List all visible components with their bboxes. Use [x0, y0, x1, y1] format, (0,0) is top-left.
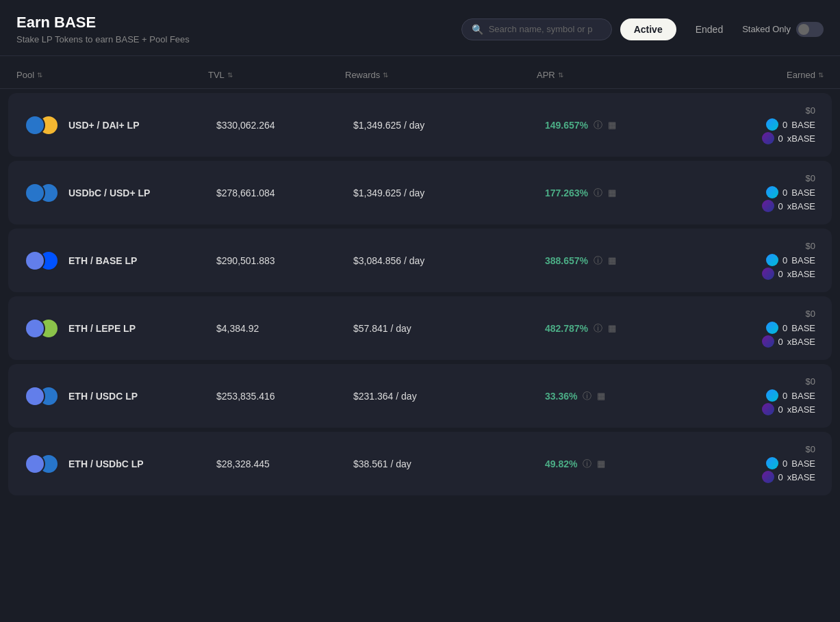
- pool-name: ETH / USDC LP: [68, 391, 138, 402]
- apr-info-icon[interactable]: ⓘ: [594, 119, 602, 131]
- table-row[interactable]: ETH / BASE LP $290,501.883 $3,084.856 / …: [8, 229, 832, 292]
- xbase-token-icon: [762, 335, 774, 348]
- base-token-icon: [766, 118, 778, 131]
- search-icon: 🔍: [472, 24, 483, 35]
- xbase-token-icon: [762, 471, 774, 483]
- pool-name: ETH / LEPE LP: [68, 323, 136, 334]
- apr-chart-icon[interactable]: ▦: [608, 323, 616, 333]
- xbase-label: xBASE: [787, 472, 815, 482]
- base-token-icon: [766, 322, 778, 334]
- pool-info: USD+ / DAI+ LP: [25, 113, 216, 138]
- xbase-label: xBASE: [787, 337, 815, 347]
- xbase-label: xBASE: [787, 133, 815, 144]
- page-title: Earn BASE: [16, 14, 190, 31]
- xbase-amount: 0: [778, 201, 783, 211]
- table-row[interactable]: ETH / USDC LP $253,835.416 $231.364 / da…: [8, 364, 832, 428]
- earned-col: $0 0 BASE 0 xBASE: [709, 376, 815, 415]
- earned-xbase: 0 xBASE: [762, 403, 815, 415]
- col-pool[interactable]: Pool ⇅: [16, 70, 208, 80]
- earned-xbase: 0 xBASE: [762, 200, 815, 212]
- earned-col: $0 0 BASE 0 xBASE: [709, 105, 815, 144]
- base-token-icon: [766, 457, 778, 469]
- table-row[interactable]: USD+ / DAI+ LP $330,062.264 $1,349.625 /…: [8, 93, 832, 157]
- base-label: BASE: [791, 255, 815, 265]
- earned-usd: $0: [806, 444, 815, 454]
- apr-value: 388.657%: [545, 255, 588, 266]
- col-rewards[interactable]: Rewards ⇅: [345, 70, 537, 80]
- active-button[interactable]: Active: [620, 18, 676, 40]
- base-token-icon: [766, 389, 778, 402]
- token-icon-1: [25, 115, 45, 135]
- apr-info-icon[interactable]: ⓘ: [594, 187, 602, 199]
- apr-col: 482.787% ⓘ ▦: [545, 322, 709, 335]
- xbase-token-icon: [762, 403, 774, 415]
- apr-chart-icon[interactable]: ▦: [608, 255, 616, 265]
- header-controls: 🔍 Active Ended Staked Only: [461, 18, 824, 40]
- table-row[interactable]: USDbC / USD+ LP $278,661.084 $1,349.625 …: [8, 161, 832, 224]
- pool-sort-icon: ⇅: [37, 71, 42, 79]
- search-input[interactable]: [489, 24, 602, 34]
- apr-chart-icon[interactable]: ▦: [608, 120, 616, 130]
- tvl-value: $290,501.883: [216, 255, 353, 266]
- apr-value: 49.82%: [545, 458, 577, 469]
- col-earned[interactable]: Earned ⇅: [701, 70, 824, 80]
- token-icons: [25, 113, 60, 138]
- apr-chart-icon[interactable]: ▦: [597, 458, 605, 469]
- token-icons: [25, 384, 60, 409]
- token-icons: [25, 316, 60, 341]
- earned-usd: $0: [806, 105, 815, 116]
- xbase-token-icon: [762, 268, 774, 280]
- ended-button[interactable]: Ended: [685, 18, 734, 40]
- tvl-value: $278,661.084: [216, 187, 353, 198]
- earned-sort-icon: ⇅: [818, 71, 824, 79]
- apr-value: 177.263%: [545, 187, 588, 198]
- rewards-value: $231.364 / day: [353, 391, 545, 402]
- apr-info-icon[interactable]: ⓘ: [594, 322, 602, 335]
- apr-col: 49.82% ⓘ ▦: [545, 458, 709, 470]
- apr-info-icon[interactable]: ⓘ: [583, 390, 591, 402]
- table-row[interactable]: ETH / LEPE LP $4,384.92 $57.841 / day 48…: [8, 296, 832, 360]
- table-header: Pool ⇅ TVL ⇅ Rewards ⇅ APR ⇅ Earned ⇅: [0, 62, 840, 89]
- token-icons: [25, 181, 60, 205]
- col-tvl[interactable]: TVL ⇅: [208, 70, 345, 80]
- base-token-icon: [766, 186, 778, 198]
- base-label: BASE: [791, 120, 815, 130]
- xbase-token-icon: [762, 132, 774, 144]
- earned-base: 0 BASE: [766, 254, 815, 266]
- earned-xbase: 0 xBASE: [762, 471, 815, 483]
- tvl-value: $253,835.416: [216, 391, 353, 402]
- base-amount: 0: [782, 255, 787, 265]
- earned-usd: $0: [806, 173, 815, 183]
- earned-col: $0 0 BASE 0 xBASE: [709, 444, 815, 483]
- xbase-token-icon: [762, 200, 774, 212]
- earned-base: 0 BASE: [766, 457, 815, 469]
- pool-info: ETH / BASE LP: [25, 248, 216, 273]
- token-icon-1: [25, 250, 45, 271]
- apr-chart-icon[interactable]: ▦: [597, 391, 605, 401]
- xbase-amount: 0: [778, 404, 783, 415]
- search-box[interactable]: 🔍: [461, 18, 612, 40]
- earned-xbase: 0 xBASE: [762, 268, 815, 280]
- tvl-value: $4,384.92: [216, 323, 353, 334]
- rewards-value: $1,349.625 / day: [353, 187, 545, 198]
- col-apr[interactable]: APR ⇅: [537, 70, 701, 80]
- staked-only-toggle[interactable]: [796, 22, 824, 37]
- pool-rows-container: USD+ / DAI+ LP $330,062.264 $1,349.625 /…: [0, 93, 840, 495]
- token-icons: [25, 452, 60, 476]
- base-amount: 0: [782, 391, 787, 401]
- xbase-label: xBASE: [787, 269, 815, 279]
- apr-col: 33.36% ⓘ ▦: [545, 390, 709, 402]
- apr-value: 33.36%: [545, 391, 577, 402]
- rewards-value: $1,349.625 / day: [353, 120, 545, 131]
- apr-chart-icon[interactable]: ▦: [608, 187, 616, 198]
- apr-col: 177.263% ⓘ ▦: [545, 187, 709, 199]
- xbase-amount: 0: [778, 337, 783, 347]
- apr-info-icon[interactable]: ⓘ: [583, 458, 591, 470]
- staked-only-label: Staked Only: [742, 24, 791, 34]
- table-row[interactable]: ETH / USDbC LP $28,328.445 $38.561 / day…: [8, 432, 832, 495]
- apr-value: 149.657%: [545, 120, 588, 131]
- apr-info-icon[interactable]: ⓘ: [594, 255, 602, 267]
- pool-info: ETH / USDC LP: [25, 384, 216, 409]
- token-icon-1: [25, 183, 45, 203]
- base-label: BASE: [791, 391, 815, 401]
